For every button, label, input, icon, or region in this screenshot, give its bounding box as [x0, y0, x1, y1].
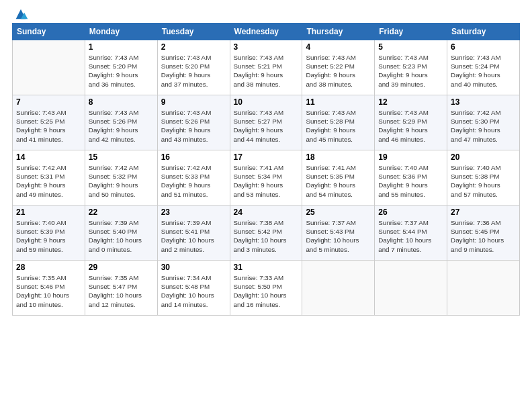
calendar-week-row: 14Sunrise: 7:42 AMSunset: 5:31 PMDayligh…	[13, 150, 520, 205]
day-number: 21	[16, 208, 81, 217]
calendar-cell: 7Sunrise: 7:43 AMSunset: 5:25 PMDaylight…	[13, 95, 85, 150]
calendar-cell: 21Sunrise: 7:40 AMSunset: 5:39 PMDayligh…	[13, 205, 85, 261]
day-info: Sunrise: 7:43 AMSunset: 5:20 PMDaylight:…	[89, 53, 154, 89]
day-info: Sunrise: 7:34 AMSunset: 5:48 PMDaylight:…	[161, 273, 226, 309]
calendar-cell: 27Sunrise: 7:36 AMSunset: 5:45 PMDayligh…	[447, 205, 520, 261]
day-number: 27	[451, 208, 516, 217]
day-info: Sunrise: 7:38 AMSunset: 5:42 PMDaylight:…	[234, 218, 299, 254]
calendar-week-row: 28Sunrise: 7:35 AMSunset: 5:46 PMDayligh…	[13, 261, 520, 316]
logo-icon	[13, 7, 28, 21]
calendar-cell: 30Sunrise: 7:34 AMSunset: 5:48 PMDayligh…	[157, 261, 230, 316]
day-number: 16	[161, 152, 226, 162]
calendar-cell	[13, 40, 85, 95]
calendar-cell: 26Sunrise: 7:37 AMSunset: 5:44 PMDayligh…	[375, 205, 447, 261]
day-number: 31	[234, 263, 299, 272]
day-number: 20	[451, 152, 516, 162]
day-info: Sunrise: 7:43 AMSunset: 5:20 PMDaylight:…	[161, 53, 226, 89]
day-info: Sunrise: 7:43 AMSunset: 5:25 PMDaylight:…	[16, 108, 81, 144]
day-info: Sunrise: 7:42 AMSunset: 5:30 PMDaylight:…	[451, 108, 516, 144]
column-header-wednesday: Wednesday	[230, 24, 302, 40]
calendar-cell: 31Sunrise: 7:33 AMSunset: 5:50 PMDayligh…	[230, 261, 302, 316]
calendar-cell	[375, 261, 447, 316]
day-info: Sunrise: 7:42 AMSunset: 5:32 PMDaylight:…	[89, 163, 154, 199]
day-info: Sunrise: 7:42 AMSunset: 5:33 PMDaylight:…	[161, 163, 226, 199]
column-header-tuesday: Tuesday	[157, 24, 230, 40]
calendar-header-row: SundayMondayTuesdayWednesdayThursdayFrid…	[13, 24, 520, 40]
day-info: Sunrise: 7:35 AMSunset: 5:46 PMDaylight:…	[16, 273, 81, 309]
column-header-monday: Monday	[85, 24, 157, 40]
column-header-friday: Friday	[375, 24, 447, 40]
calendar-cell: 19Sunrise: 7:40 AMSunset: 5:36 PMDayligh…	[375, 150, 447, 205]
calendar-cell	[447, 261, 520, 316]
day-number: 18	[306, 152, 371, 162]
calendar-cell: 20Sunrise: 7:40 AMSunset: 5:38 PMDayligh…	[447, 150, 520, 205]
day-info: Sunrise: 7:36 AMSunset: 5:45 PMDaylight:…	[451, 218, 516, 254]
day-number: 24	[234, 208, 299, 217]
day-number: 8	[89, 97, 154, 107]
day-info: Sunrise: 7:33 AMSunset: 5:50 PMDaylight:…	[234, 273, 299, 309]
calendar-cell: 12Sunrise: 7:43 AMSunset: 5:29 PMDayligh…	[375, 95, 447, 150]
day-number: 19	[378, 152, 443, 162]
day-number: 2	[161, 42, 226, 52]
day-info: Sunrise: 7:41 AMSunset: 5:35 PMDaylight:…	[306, 163, 371, 199]
day-info: Sunrise: 7:41 AMSunset: 5:34 PMDaylight:…	[234, 163, 299, 199]
day-number: 15	[89, 152, 154, 162]
day-info: Sunrise: 7:39 AMSunset: 5:41 PMDaylight:…	[161, 218, 226, 254]
calendar-cell: 25Sunrise: 7:37 AMSunset: 5:43 PMDayligh…	[302, 205, 375, 261]
day-info: Sunrise: 7:43 AMSunset: 5:28 PMDaylight:…	[306, 108, 371, 144]
day-info: Sunrise: 7:43 AMSunset: 5:23 PMDaylight:…	[378, 53, 443, 89]
day-info: Sunrise: 7:43 AMSunset: 5:29 PMDaylight:…	[378, 108, 443, 144]
day-number: 22	[89, 208, 154, 217]
day-number: 17	[234, 152, 299, 162]
day-info: Sunrise: 7:40 AMSunset: 5:38 PMDaylight:…	[451, 163, 516, 199]
day-number: 25	[306, 208, 371, 217]
logo	[12, 7, 28, 19]
day-info: Sunrise: 7:40 AMSunset: 5:39 PMDaylight:…	[16, 218, 81, 254]
calendar-cell: 18Sunrise: 7:41 AMSunset: 5:35 PMDayligh…	[302, 150, 375, 205]
day-number: 14	[16, 152, 81, 162]
day-info: Sunrise: 7:43 AMSunset: 5:24 PMDaylight:…	[451, 53, 516, 89]
day-number: 30	[161, 263, 226, 272]
calendar-cell: 24Sunrise: 7:38 AMSunset: 5:42 PMDayligh…	[230, 205, 302, 261]
calendar-cell: 15Sunrise: 7:42 AMSunset: 5:32 PMDayligh…	[85, 150, 157, 205]
calendar-cell: 17Sunrise: 7:41 AMSunset: 5:34 PMDayligh…	[230, 150, 302, 205]
calendar-week-row: 21Sunrise: 7:40 AMSunset: 5:39 PMDayligh…	[13, 205, 520, 261]
column-header-thursday: Thursday	[302, 24, 375, 40]
day-info: Sunrise: 7:43 AMSunset: 5:26 PMDaylight:…	[161, 108, 226, 144]
day-number: 28	[16, 263, 81, 272]
day-number: 3	[234, 42, 299, 52]
day-info: Sunrise: 7:43 AMSunset: 5:27 PMDaylight:…	[234, 108, 299, 144]
day-info: Sunrise: 7:37 AMSunset: 5:43 PMDaylight:…	[306, 218, 371, 254]
day-info: Sunrise: 7:42 AMSunset: 5:31 PMDaylight:…	[16, 163, 81, 199]
calendar-cell: 29Sunrise: 7:35 AMSunset: 5:47 PMDayligh…	[85, 261, 157, 316]
calendar-cell: 5Sunrise: 7:43 AMSunset: 5:23 PMDaylight…	[375, 40, 447, 95]
calendar-week-row: 1Sunrise: 7:43 AMSunset: 5:20 PMDaylight…	[13, 40, 520, 95]
day-number: 4	[306, 42, 371, 52]
day-info: Sunrise: 7:43 AMSunset: 5:22 PMDaylight:…	[306, 53, 371, 89]
calendar-cell: 11Sunrise: 7:43 AMSunset: 5:28 PMDayligh…	[302, 95, 375, 150]
calendar-cell: 22Sunrise: 7:39 AMSunset: 5:40 PMDayligh…	[85, 205, 157, 261]
day-number: 6	[451, 42, 516, 52]
calendar-cell	[302, 261, 375, 316]
calendar-cell: 14Sunrise: 7:42 AMSunset: 5:31 PMDayligh…	[13, 150, 85, 205]
calendar-cell: 28Sunrise: 7:35 AMSunset: 5:46 PMDayligh…	[13, 261, 85, 316]
day-number: 13	[451, 97, 516, 107]
calendar-cell: 6Sunrise: 7:43 AMSunset: 5:24 PMDaylight…	[447, 40, 520, 95]
day-number: 5	[378, 42, 443, 52]
calendar-cell: 16Sunrise: 7:42 AMSunset: 5:33 PMDayligh…	[157, 150, 230, 205]
calendar-week-row: 7Sunrise: 7:43 AMSunset: 5:25 PMDaylight…	[13, 95, 520, 150]
calendar-cell: 13Sunrise: 7:42 AMSunset: 5:30 PMDayligh…	[447, 95, 520, 150]
page: SundayMondayTuesdayWednesdayThursdayFrid…	[0, 0, 532, 411]
day-info: Sunrise: 7:40 AMSunset: 5:36 PMDaylight:…	[378, 163, 443, 199]
day-number: 29	[89, 263, 154, 272]
calendar-cell: 2Sunrise: 7:43 AMSunset: 5:20 PMDaylight…	[157, 40, 230, 95]
day-number: 10	[234, 97, 299, 107]
day-info: Sunrise: 7:43 AMSunset: 5:26 PMDaylight:…	[89, 108, 154, 144]
day-number: 26	[378, 208, 443, 217]
day-info: Sunrise: 7:39 AMSunset: 5:40 PMDaylight:…	[89, 218, 154, 254]
calendar-cell: 1Sunrise: 7:43 AMSunset: 5:20 PMDaylight…	[85, 40, 157, 95]
day-number: 11	[306, 97, 371, 107]
calendar-cell: 10Sunrise: 7:43 AMSunset: 5:27 PMDayligh…	[230, 95, 302, 150]
column-header-saturday: Saturday	[447, 24, 520, 40]
day-info: Sunrise: 7:43 AMSunset: 5:21 PMDaylight:…	[234, 53, 299, 89]
